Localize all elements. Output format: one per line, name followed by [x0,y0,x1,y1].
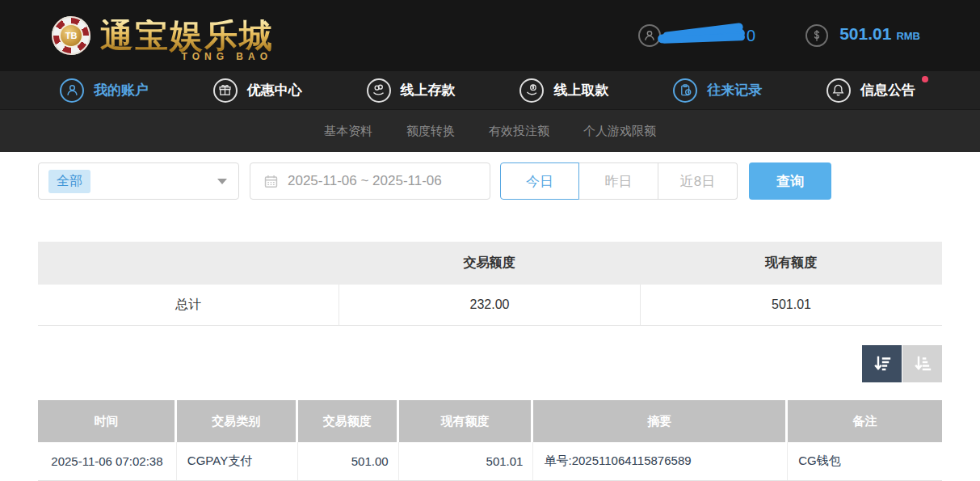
col-time: 时间 [38,400,177,442]
cell-type: CGPAY支付 [177,442,298,480]
quick-date-buttons: 今日 昨日 近8日 [500,162,738,200]
nav-online-withdrawal[interactable]: 线上取款 [519,78,608,103]
account-summary: 0 501.01 RMB [638,24,920,47]
deposit-hand-coin-icon [367,78,391,103]
cell-summary: 单号:202511064115876589 [533,442,788,480]
nav-my-account[interactable]: 我的账户 [60,78,149,103]
account-sub-navigation: 基本资料 额度转换 有效投注额 个人游戏限额 [0,109,980,152]
bell-icon [826,78,851,103]
col-amount: 交易额度 [298,400,399,442]
records-header-row: 时间 交易类别 交易额度 现有额度 摘要 备注 [38,400,942,442]
redacted-username-scribble [658,25,748,46]
records-clipboard-icon [673,78,697,103]
summary-header-row: 交易额度 现有额度 [38,242,942,285]
yesterday-button[interactable]: 昨日 [579,162,658,200]
username-area[interactable]: 0 [638,24,755,47]
nav-announcements[interactable]: 信息公告 [826,78,915,103]
col-summary: 摘要 [533,400,788,442]
gift-icon [213,78,238,103]
dollar-icon [805,24,828,47]
sort-ascending-icon [913,354,932,373]
subnav-balance-transfer[interactable]: 额度转换 [406,124,455,139]
main-navigation: 我的账户 优惠中心 线上存款 线上取款 [0,71,980,109]
subnav-basic-info[interactable]: 基本资料 [324,124,372,139]
balance-currency: RMB [896,30,920,42]
balance-amount: 501.01 [839,24,891,44]
col-type: 交易类别 [177,400,298,442]
casino-chip-icon: TB [52,16,90,55]
sort-controls [38,345,942,382]
nav-transaction-records[interactable]: 往来记录 [673,78,762,103]
chip-monogram: TB [59,23,83,48]
logo-text: 通宝娱乐城 TONG BAO [100,19,274,53]
col-note: 备注 [788,400,942,442]
cell-note: CG钱包 [788,442,942,480]
subnav-valid-bets[interactable]: 有效投注额 [489,124,549,139]
last-8-days-button[interactable]: 近8日 [658,162,738,200]
top-header: TB 通宝娱乐城 TONG BAO 0 501.01 [0,0,980,71]
sort-descending-button[interactable] [862,345,902,382]
calendar-icon [263,174,279,189]
summary-col-transaction: 交易额度 [339,242,640,285]
sort-descending-icon [873,354,892,373]
records-table: 时间 交易类别 交易额度 现有额度 摘要 备注 2025-11-06 07:02… [38,400,942,481]
summary-total-transaction: 232.00 [339,285,640,325]
site-logo[interactable]: TB 通宝娱乐城 TONG BAO [52,16,274,55]
transaction-type-select[interactable]: 全部 [38,162,239,200]
summary-total-balance: 501.01 [640,285,942,325]
date-range-input[interactable]: 2025-11-06 ~ 2025-11-06 [250,162,490,200]
date-range-value: 2025-11-06 ~ 2025-11-06 [288,173,442,189]
summary-col-empty [38,242,339,285]
subnav-personal-game-limit[interactable]: 个人游戏限额 [583,124,656,139]
chevron-down-icon [217,179,227,184]
user-icon [60,78,84,103]
site-name: 通宝娱乐城 [100,19,274,53]
nav-online-deposit[interactable]: 线上存款 [367,78,456,103]
filter-toolbar: 全部 2025-11-06 ~ 2025-11-06 今日 昨日 近8日 查询 [38,162,942,200]
cell-amount: 501.00 [298,442,399,480]
col-balance: 现有额度 [399,400,534,442]
main-content: 全部 2025-11-06 ~ 2025-11-06 今日 昨日 近8日 查询 … [0,162,980,481]
search-button[interactable]: 查询 [749,162,831,200]
balance-area[interactable]: 501.01 RMB [805,24,920,47]
summary-total-row: 总计 232.00 501.01 [38,285,942,326]
cell-time: 2025-11-06 07:02:38 [38,442,177,480]
summary-table: 交易额度 现有额度 总计 232.00 501.01 [38,242,942,326]
nav-promotions[interactable]: 优惠中心 [213,78,302,103]
summary-total-label: 总计 [38,285,339,325]
today-button[interactable]: 今日 [500,162,579,200]
summary-col-balance: 现有额度 [640,242,942,285]
notification-dot [922,76,928,82]
withdraw-hand-dollar-icon [519,78,544,103]
selected-type-tag: 全部 [48,170,90,193]
table-row: 2025-11-06 07:02:38 CGPAY支付 501.00 501.0… [38,442,942,481]
sort-ascending-button[interactable] [902,345,942,382]
cell-balance: 501.01 [399,442,534,480]
site-name-latin: TONG BAO [182,52,272,61]
